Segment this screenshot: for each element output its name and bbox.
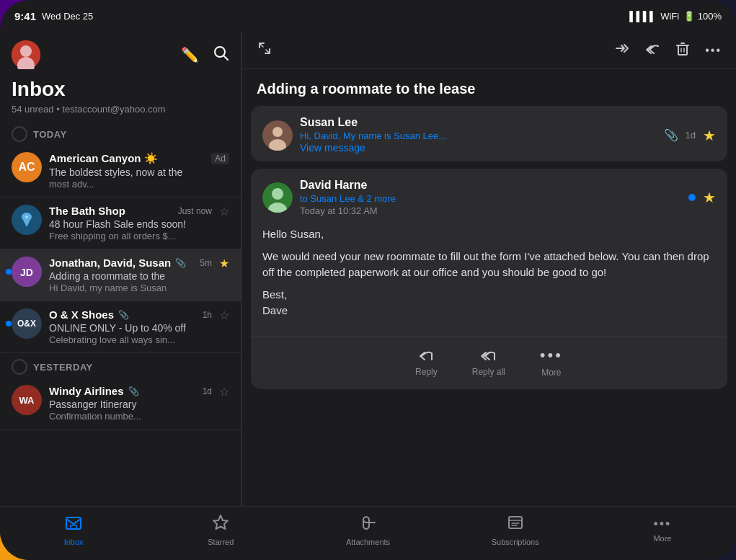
yesterday-circle xyxy=(12,359,27,375)
email-subject-jonathan: Adding a roommate to the xyxy=(49,270,212,282)
today-label: TODAY xyxy=(0,120,241,145)
message-body-david: Hello Susan, We would need your new room… xyxy=(251,223,727,337)
msg-actions-david: ★ xyxy=(688,189,716,206)
expand-button[interactable] xyxy=(257,40,272,60)
email-subject-windy: Passanger Itinerary xyxy=(49,399,212,410)
msg-info-david: David Harne to Susan Lee & 2 more Today … xyxy=(300,179,681,216)
signal-icon: ▌▌▌▌ xyxy=(629,11,656,22)
nav-starred[interactable]: Starred xyxy=(147,514,294,546)
svg-point-13 xyxy=(272,188,283,200)
reply-label: Reply xyxy=(415,367,438,377)
more-toolbar-button[interactable]: ••• xyxy=(705,44,722,57)
email-content-american-canyon: American Canyon ☀️ Ad The boldest styles… xyxy=(49,152,229,190)
starred-nav-icon xyxy=(212,514,229,535)
reply-button[interactable]: Reply xyxy=(415,347,438,377)
star-bath-shop[interactable]: ☆ xyxy=(219,205,229,218)
svg-rect-16 xyxy=(509,517,522,528)
clip-icon-windy: 📎 xyxy=(128,386,139,396)
unread-dot-ox xyxy=(6,321,12,326)
email-preview-windy: Confirmation numbe... xyxy=(49,411,212,422)
svg-point-10 xyxy=(272,127,283,137)
nav-attachments-label: Attachments xyxy=(346,538,390,546)
inbox-nav-icon xyxy=(65,514,82,535)
trash-button[interactable] xyxy=(675,40,691,60)
email-subject-american-canyon: The boldest styles, now at the xyxy=(49,166,229,178)
status-icons: ▌▌▌▌ WiFi 🔋 100% xyxy=(629,11,722,22)
email-content-ox: O & X Shoes 📎 1h ONLINE ONLY - Up to 40%… xyxy=(49,308,212,345)
email-preview-bath-shop: Free shipping on all orders $... xyxy=(49,231,212,241)
wifi-icon: WiFi xyxy=(660,11,679,22)
view-message-link[interactable]: View message xyxy=(300,142,365,154)
compose-button[interactable]: ✏️ xyxy=(181,45,199,65)
battery-icon: 🔋 100% xyxy=(683,11,722,22)
msg-avatar-david xyxy=(262,182,293,213)
email-time-jonathan: 5m xyxy=(200,258,212,268)
clip-icon-jonathan: 📎 xyxy=(175,258,186,268)
inbox-title-container: Inbox xyxy=(0,75,241,102)
msg-to-david: to Susan Lee & 2 more xyxy=(300,193,681,204)
star-ox[interactable]: ☆ xyxy=(219,308,229,322)
message-header-susan: Susan Lee Hi, David, My name is Susan Le… xyxy=(251,106,727,161)
nav-attachments[interactable]: Attachments xyxy=(294,514,441,546)
email-content-jonathan: Jonathan, David, Susan 📎 5m Adding a roo… xyxy=(49,257,212,293)
sidebar-header: ✏️ xyxy=(0,32,241,75)
panel-toolbar: ••• xyxy=(242,32,736,69)
email-avatar-american-canyon: AC xyxy=(12,152,42,182)
msg-age-susan: 1d xyxy=(686,130,696,141)
attachments-nav-icon xyxy=(360,514,377,535)
email-item-bath-shop[interactable]: The Bath Shop Just now 48 hour Flash Sal… xyxy=(0,197,241,249)
email-panel: ••• Adding a roommate to the lease xyxy=(241,32,736,560)
svg-text:JD: JD xyxy=(20,267,33,278)
email-subject-ox: ONLINE ONLY - Up to 40% off xyxy=(49,322,212,334)
email-item-ox-shoes[interactable]: O&X O & X Shoes 📎 1h ONLINE ONLY - Up to… xyxy=(0,301,241,353)
email-item-american-canyon[interactable]: AC American Canyon ☀️ Ad The boldest sty… xyxy=(0,145,241,197)
star-jonathan[interactable]: ★ xyxy=(219,257,229,270)
nav-subscriptions[interactable]: Subscriptions xyxy=(442,514,589,546)
reply-all-button[interactable]: Reply all xyxy=(472,347,505,377)
status-bar: 9:41 Wed Dec 25 ▌▌▌▌ WiFi 🔋 100% xyxy=(0,0,736,32)
email-sender-windy: Windy Airlines xyxy=(49,385,124,397)
bottom-nav: Inbox Starred Attachments Subscriptions … xyxy=(0,506,736,560)
nav-more[interactable]: ••• More xyxy=(589,517,736,543)
star-windy[interactable]: ☆ xyxy=(219,385,229,399)
email-time-ox: 1h xyxy=(203,310,212,320)
subscriptions-nav-icon xyxy=(507,514,524,535)
forward-button[interactable] xyxy=(614,40,630,60)
email-avatar-windy: WA xyxy=(12,385,42,415)
status-time: 9:41 xyxy=(14,10,36,22)
toolbar-left xyxy=(257,40,272,60)
email-content-bath-shop: The Bath Shop Just now 48 hour Flash Sal… xyxy=(49,205,212,241)
star-susan[interactable]: ★ xyxy=(703,127,716,144)
email-sender-jonathan: Jonathan, David, Susan xyxy=(49,257,171,269)
message-header-david: David Harne to Susan Lee & 2 more Today … xyxy=(251,169,727,223)
email-content-windy: Windy Airlines 📎 1d Passanger Itinerary … xyxy=(49,385,212,422)
nav-inbox[interactable]: Inbox xyxy=(0,514,147,546)
svg-point-1 xyxy=(20,45,32,57)
toolbar-right: ••• xyxy=(614,40,722,60)
sidebar: ✏️ Inbox 54 unread • testaccount@yahoo.c… xyxy=(0,32,241,560)
search-button[interactable] xyxy=(213,45,229,65)
reply-all-label: Reply all xyxy=(472,367,505,377)
clip-icon-susan: 📎 xyxy=(664,128,678,142)
msg-preview-susan: Hi, David, My name is Susan Lee... xyxy=(300,130,657,141)
more-action-button[interactable]: ••• More xyxy=(540,346,563,378)
msg-sender-susan: Susan Lee xyxy=(300,116,657,129)
email-sender-bath-shop: The Bath Shop xyxy=(49,205,125,217)
email-time-windy: 1d xyxy=(203,386,212,396)
email-preview-ox: Celebrating love all ways sin... xyxy=(49,334,212,345)
reply-all-toolbar-button[interactable] xyxy=(644,40,660,60)
nav-subscriptions-label: Subscriptions xyxy=(492,538,539,546)
email-avatar-jonathan: JD xyxy=(12,257,42,287)
star-david[interactable]: ★ xyxy=(703,189,716,206)
message-card-susan: Susan Lee Hi, David, My name is Susan Le… xyxy=(251,106,727,161)
more-label: More xyxy=(541,368,561,378)
message-card-david: David Harne to Susan Lee & 2 more Today … xyxy=(251,169,727,389)
message-footer: Reply Reply all ••• More xyxy=(251,337,727,389)
email-preview-jonathan: Hi David, my name is Susan xyxy=(49,283,212,293)
email-sender-american-canyon: American Canyon ☀️ xyxy=(49,152,158,165)
email-item-windy[interactable]: WA Windy Airlines 📎 1d Passanger Itinera… xyxy=(0,378,241,430)
unread-dot-jonathan xyxy=(6,269,12,275)
ad-badge: Ad xyxy=(211,153,229,164)
user-avatar[interactable] xyxy=(12,40,40,69)
email-item-jonathan[interactable]: JD Jonathan, David, Susan 📎 5m Adding a … xyxy=(0,249,241,301)
